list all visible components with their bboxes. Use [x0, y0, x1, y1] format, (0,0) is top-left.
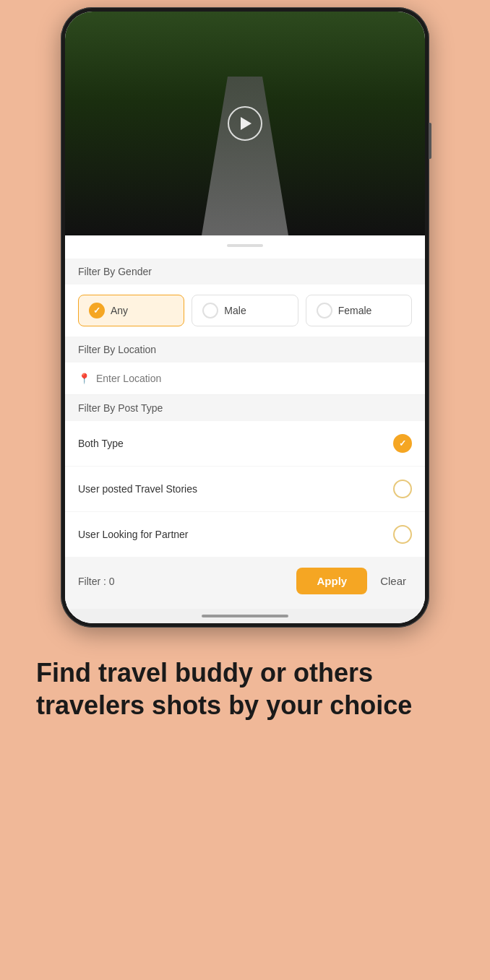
clear-button[interactable]: Clear	[374, 568, 412, 594]
home-bar-line	[202, 615, 288, 617]
apply-button[interactable]: Apply	[296, 568, 367, 594]
radio-any	[89, 303, 105, 318]
location-pin-icon: 📍	[78, 373, 90, 384]
road-overlay	[202, 77, 288, 235]
radio-female	[317, 303, 332, 318]
filter-gender-header: Filter By Gender	[65, 259, 425, 285]
action-bar: Filter : 0 Apply Clear	[65, 558, 425, 609]
radio-both	[393, 434, 412, 453]
bottom-sheet: Filter By Gender Any Male Female	[65, 235, 425, 623]
post-type-travel-stories[interactable]: User posted Travel Stories	[65, 467, 425, 512]
gender-any-label: Any	[111, 305, 128, 316]
radio-male	[202, 303, 218, 318]
phone-wrapper: Filter By Gender Any Male Female	[61, 7, 429, 628]
gender-female-label: Female	[338, 305, 372, 316]
radio-partner	[393, 525, 412, 544]
tagline-section: Find travel buddy or others travelers sh…	[0, 628, 490, 750]
post-type-partner-label: User Looking for Partner	[78, 529, 189, 540]
play-button[interactable]	[228, 106, 262, 141]
post-type-both[interactable]: Both Type	[65, 421, 425, 467]
gender-btn-male[interactable]: Male	[192, 295, 298, 326]
location-input-row: 📍	[65, 363, 425, 395]
radio-travel-stories	[393, 480, 412, 498]
post-type-both-label: Both Type	[78, 438, 124, 449]
home-bar	[65, 609, 425, 623]
gender-options: Any Male Female	[65, 285, 425, 337]
filter-location-header: Filter By Location	[65, 337, 425, 363]
action-buttons: Apply Clear	[296, 568, 412, 594]
location-input[interactable]	[96, 373, 412, 384]
post-type-travel-label: User posted Travel Stories	[78, 483, 197, 495]
video-section	[65, 12, 425, 235]
play-icon	[241, 117, 252, 130]
phone-inner: Filter By Gender Any Male Female	[65, 12, 425, 623]
gender-btn-any[interactable]: Any	[78, 295, 184, 326]
post-type-partner[interactable]: User Looking for Partner	[65, 512, 425, 558]
tagline-text: Find travel buddy or others travelers sh…	[36, 656, 454, 721]
phone-outer: Filter By Gender Any Male Female	[61, 7, 429, 628]
drag-handle	[227, 244, 263, 247]
filter-count: Filter : 0	[78, 576, 115, 587]
gender-btn-female[interactable]: Female	[306, 295, 412, 326]
gender-male-label: Male	[224, 305, 246, 316]
filter-post-type-header: Filter By Post Type	[65, 395, 425, 421]
